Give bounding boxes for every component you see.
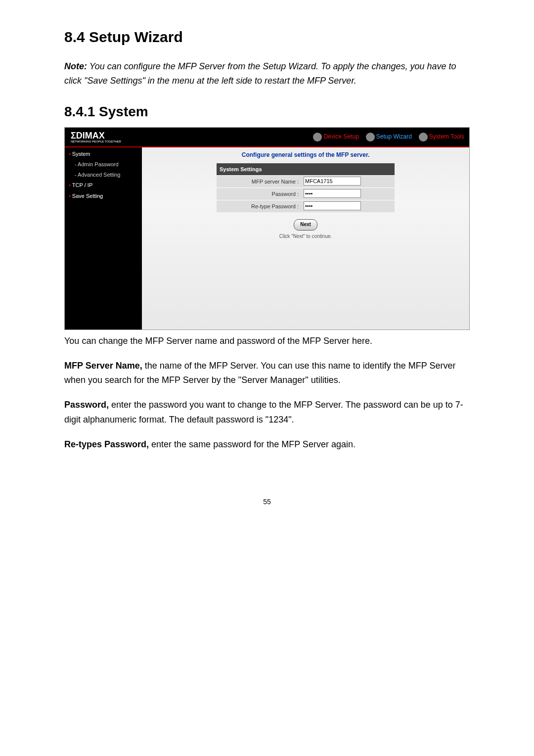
field-label: Password : [217,188,302,200]
panel-title: Configure general settings of the MFP se… [142,146,469,163]
section-heading: 8.4 Setup Wizard [64,25,470,49]
nav-setup-wizard[interactable]: Setup Wizard [366,132,412,142]
note-text: You can configure the MFP Server from th… [64,61,456,86]
term-label: Password, [64,400,109,410]
nav-label: Setup Wizard [376,132,412,142]
tools-icon [419,133,428,142]
note-paragraph: Note: You can configure the MFP Server f… [64,59,470,89]
next-button[interactable]: Next [294,219,317,231]
topbar: ΣDIMAX NETWORKING PEOPLE TOGETHER Device… [65,128,469,146]
sidebar-label: System [72,151,90,157]
sidebar-item-save-setting[interactable]: •Save Setting [69,191,142,200]
body-paragraph: Password, enter the password you want to… [64,398,470,427]
wizard-icon [366,133,375,142]
body-paragraph: You can change the MFP Server name and p… [64,334,470,349]
table-row: MFP server Name : [217,175,395,188]
note-label: Note: [64,61,87,71]
password-input[interactable] [304,189,361,198]
term-label: MFP Server Name, [64,361,142,371]
nav-label: System Tools [429,132,464,142]
sidebar-item-system[interactable]: •System [69,149,142,158]
field-value-cell [302,200,395,212]
field-label: Re-type Password : [217,200,302,212]
main-panel: Configure general settings of the MFP se… [142,146,469,330]
top-nav: Device Setup Setup Wizard System Tools [313,132,469,142]
screenshot-body: •System - Admin Password - Advanced Sett… [65,146,469,330]
sidebar-item-admin-password[interactable]: - Admin Password [69,160,142,169]
nav-system-tools[interactable]: System Tools [419,132,464,142]
hint-text: Click "Next" to continue. [142,233,469,245]
bullet-icon: • [69,193,71,199]
logo-subtext: NETWORKING PEOPLE TOGETHER [71,140,121,143]
sidebar: •System - Admin Password - Advanced Sett… [65,146,142,330]
sidebar-label: TCP / IP [72,182,92,188]
subsection-heading: 8.4.1 System [64,100,470,123]
next-button-wrap: Next [142,212,469,233]
logo-text: ΣDIMAX [71,131,121,140]
term-label: Re-types Password, [64,439,149,449]
table-row: Re-type Password : [217,200,395,212]
page-number: 55 [64,496,470,508]
sidebar-label: Save Setting [72,193,103,199]
term-description: enter the same password for the MFP Serv… [149,439,356,449]
retype-password-input[interactable] [304,201,361,210]
globe-icon [313,133,322,142]
field-value-cell [302,188,395,200]
table-header: System Settings [217,163,395,175]
brand-logo: ΣDIMAX NETWORKING PEOPLE TOGETHER [65,131,121,143]
mfp-server-name-input[interactable] [304,177,361,186]
body-paragraph: Re-types Password, enter the same passwo… [64,437,470,452]
nav-label: Device Setup [323,132,358,142]
field-label: MFP server Name : [217,176,302,188]
field-value-cell [302,176,395,188]
admin-ui-screenshot: ΣDIMAX NETWORKING PEOPLE TOGETHER Device… [64,127,470,330]
sidebar-item-tcpip[interactable]: •TCP / IP [69,181,142,189]
sidebar-item-advanced-setting[interactable]: - Advanced Setting [69,170,142,179]
table-row: Password : [217,188,395,200]
term-description: enter the password you want to change to… [64,400,463,425]
nav-device-setup[interactable]: Device Setup [313,132,358,142]
bullet-icon: • [69,182,71,188]
bullet-icon: • [69,151,71,157]
settings-table: System Settings MFP server Name : Passwo… [217,163,395,213]
body-paragraph: MFP Server Name, the name of the MFP Ser… [64,359,470,388]
